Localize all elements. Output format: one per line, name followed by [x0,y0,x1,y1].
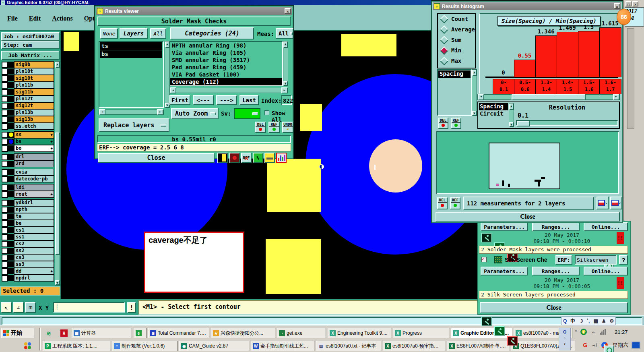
layer-checkbox[interactable] [2,176,8,182]
taskbar-button[interactable]: P工程系统 版本: 1.1.... [43,341,110,351]
del-button[interactable]: DEL [255,122,266,133]
checklist-close-button[interactable]: Close [480,302,628,313]
sv-color-dropdown[interactable] [234,108,260,119]
taskbar-button[interactable]: ◙Total Commander 7.0... [148,328,209,338]
grid-icon[interactable]: ⊞ [25,302,36,313]
metric-radio-sum[interactable]: Sum [438,35,475,45]
menu-actions[interactable]: Actions [52,15,73,22]
filter-none-button[interactable]: None [100,28,118,39]
silk-checkbox[interactable]: ✓ [481,257,487,262]
notes-icon[interactable] [264,153,275,163]
layer-name[interactable]: te [14,213,54,220]
layer-row-ss.etch[interactable]: ss.etch [1,123,54,130]
layer-checkbox[interactable] [2,234,8,240]
layer-row-npth[interactable]: npth [1,206,54,213]
layer-row-ss2[interactable]: ss2 [1,247,54,254]
category-scrollbar[interactable]: ▲ ▼ [283,41,288,86]
fragment-close-icon[interactable]: ✕ [632,1,638,6]
zh-icon[interactable]: 中 [570,318,575,325]
filter-all-button[interactable]: All [150,28,166,39]
metric-scroll-up-icon[interactable]: ▲ [472,70,477,76]
layer-name[interactable]: pln12t [14,95,54,102]
nav-first-button[interactable]: First [169,95,190,105]
layer-row-ss[interactable]: ss◆ [1,131,54,138]
nav-prev-button[interactable]: <--- [193,95,214,105]
silk-erf-input[interactable]: Silkscreen [575,255,617,265]
silk-parameters-button[interactable]: Parameters... [481,267,528,275]
layer-checkbox[interactable] [2,110,8,116]
layer-checkbox[interactable] [2,213,8,220]
screen-icon[interactable] [229,153,240,163]
undo-button[interactable]: UNDO ↶ [282,122,293,133]
taskbar-button[interactable]: ◔get.exe [277,328,326,338]
layer-row-sig12t[interactable]: sig12t [1,102,54,109]
sogou-icon[interactable]: Q [563,318,567,324]
layer-name[interactable]: bo◆ [14,145,54,152]
layer-name[interactable]: npth [14,206,54,213]
layer-checkbox[interactable] [2,62,8,68]
layer-checkbox[interactable] [2,200,8,206]
viewer-layer-ts[interactable]: ts [100,42,162,50]
category-item[interactable]: Coverage (112) [170,78,282,85]
summary-ref-button[interactable]: REF [450,197,460,209]
nav-next-button[interactable]: ---> [216,95,237,105]
layer-name[interactable]: bs◆ [14,138,54,145]
layer-name[interactable]: pln11b [14,82,54,89]
tray-g-icon[interactable]: G [582,342,588,348]
layers-12-icon[interactable]: ½ [253,153,263,163]
results-viewer-titlebar[interactable]: ✕ Results viewer ✕ [96,7,292,15]
summary-del-button[interactable]: DEL [437,197,448,209]
layer-name[interactable]: npdrl [14,275,54,282]
layer-checkbox[interactable] [2,89,8,95]
category-hscroll-left-icon[interactable]: ◄ [170,87,176,93]
command-input[interactable] [2,317,642,325]
layer-checkbox[interactable] [2,191,8,198]
chart-hscroll-thumb[interactable] [512,94,586,100]
layer-name[interactable]: ss1 [14,234,54,240]
layer-row-te[interactable]: te [1,213,54,220]
tray-plug-icon[interactable]: ⌁ [590,329,597,335]
layer-checkbox[interactable] [2,116,8,123]
category-item[interactable]: Via annular Ring (105) [170,49,282,56]
layer-name[interactable]: sig13b [14,116,54,123]
layer-scroll-up-icon[interactable]: ▲ [55,62,60,68]
metric-list-scrollbar[interactable]: ▲ ▼ [472,69,477,116]
layer-row-bs[interactable]: bs◆ [1,138,54,145]
layer-row-pln10t[interactable]: pln10t [1,68,54,75]
layer-checkbox[interactable] [2,132,8,138]
metric-radio-average[interactable]: Average [438,24,475,35]
taskbar-button[interactable]: ▦计算器 [72,328,132,338]
metric-radio-max[interactable]: Max [438,56,475,66]
measure-list[interactable]: SpacingCircuit [479,103,508,127]
chart-hscroll-right-icon[interactable]: ► [613,94,619,100]
layer-row-pln13b[interactable]: pln13b [1,109,54,116]
taskbar-button[interactable]: ≡制作规范 (Ver:1.0.6) [112,341,178,351]
moon-icon[interactable]: ☽ [579,318,583,324]
index-input[interactable]: 8229 [281,95,292,105]
layer-checkbox[interactable] [2,68,8,75]
taskbar-button[interactable]: Xes8f1007a0-预审指示.xl... [383,341,445,351]
quicklaunch-colors-icon[interactable] [23,342,31,350]
layer-row-cs3[interactable]: cs3 [1,254,54,261]
silk-help-button[interactable]: ? [619,255,628,265]
layer-name[interactable]: rout◆ [14,191,54,198]
category-item[interactable]: SMD annular Ring (3517) [170,56,282,64]
solder-ranges-button[interactable]: Ranges... [532,222,580,231]
quicklaunch-pdf-icon[interactable]: A [60,329,68,337]
layer-row-sig9b[interactable]: sig9b [1,61,54,68]
layer-checkbox[interactable] [2,169,8,176]
category-item[interactable]: VIA Pad Gasket (100) [170,71,282,78]
tray-collapse-icon[interactable]: ^ [575,330,577,334]
language-bar[interactable]: Q中☽˚,▦♟⚙ [561,317,616,325]
silk-zoom-icon[interactable] [604,346,614,352]
start-button[interactable]: 开始 [1,328,35,338]
metric-radio-count[interactable]: Count [438,14,475,24]
notification-badge[interactable]: 86 [617,9,631,25]
layer-checkbox[interactable] [2,103,8,109]
silk-alert-button[interactable]: !! [617,277,624,289]
layer-row-cs2[interactable]: cs2 [1,240,54,247]
layer-row-sig13b[interactable]: sig13b [1,116,54,123]
layer-name[interactable]: pln13b [14,109,54,116]
layer-row-bo[interactable]: bo◆ [1,145,54,152]
wrench-icon[interactable]: ⚙ [610,318,614,324]
